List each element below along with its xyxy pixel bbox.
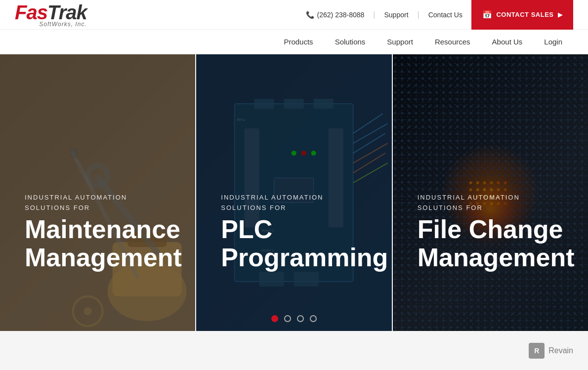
phone-number: (262) 238-8088 bbox=[317, 11, 365, 19]
divider-2: | bbox=[418, 10, 420, 19]
slide-2-content: INDUSTRIAL AUTOMATION SOLUTIONS FOR PLC … bbox=[221, 193, 388, 272]
contact-sales-label: CONTACT SALES bbox=[496, 11, 553, 18]
revain-icon: R bbox=[529, 343, 545, 359]
logo-sub: SoftWorks, Inc. bbox=[15, 21, 87, 27]
nav-solutions[interactable]: Solutions bbox=[324, 30, 377, 54]
slide-2-subtitle: INDUSTRIAL AUTOMATION SOLUTIONS FOR bbox=[221, 193, 388, 213]
logo-fas: Fas bbox=[15, 2, 47, 22]
logo[interactable]: Fas Trak SoftWorks, Inc. bbox=[15, 2, 87, 27]
bottom-strip: R Revain bbox=[0, 331, 588, 370]
slide-indicators bbox=[271, 315, 317, 322]
nav-support[interactable]: Support bbox=[376, 30, 424, 54]
nav-bar: Products Solutions Support Resources Abo… bbox=[0, 30, 588, 54]
indicator-2[interactable] bbox=[284, 315, 291, 322]
slide-maintenance[interactable]: INDUSTRIAL AUTOMATION SOLUTIONS FOR Main… bbox=[0, 54, 195, 331]
revain-label: Revain bbox=[548, 346, 573, 355]
arrow-icon: ▶ bbox=[558, 11, 563, 18]
indicator-4[interactable] bbox=[310, 315, 317, 322]
hero-slider: INDUSTRIAL AUTOMATION SOLUTIONS FOR Main… bbox=[0, 54, 588, 331]
slide-2-title: PLC Programming bbox=[221, 215, 388, 272]
contact-us-link[interactable]: Contact Us bbox=[428, 11, 462, 19]
phone-link[interactable]: 📞 (262) 238-8088 bbox=[306, 11, 365, 19]
indicator-3[interactable] bbox=[297, 315, 304, 322]
slide-1-title: Maintenance Management bbox=[25, 215, 182, 272]
revain-logo: R Revain bbox=[529, 343, 573, 359]
slide-1-subtitle: INDUSTRIAL AUTOMATION SOLUTIONS FOR bbox=[25, 193, 182, 213]
indicator-1[interactable] bbox=[271, 315, 278, 322]
slide-file-change[interactable]: INDUSTRIAL AUTOMATION SOLUTIONS FOR File… bbox=[393, 54, 588, 331]
contact-sales-button[interactable]: 📅 CONTACT SALES ▶ bbox=[471, 0, 573, 30]
slide-plc[interactable]: RTU PORT 1 PORT 2 INDUSTRIAL AUTOMATION … bbox=[196, 54, 391, 331]
divider-1: | bbox=[373, 10, 375, 19]
logo-trak: Trak bbox=[47, 2, 87, 22]
top-bar: Fas Trak SoftWorks, Inc. 📞 (262) 238-808… bbox=[0, 0, 588, 30]
calendar-icon: 📅 bbox=[482, 10, 493, 19]
support-link[interactable]: Support bbox=[384, 11, 409, 19]
slide-1-content: INDUSTRIAL AUTOMATION SOLUTIONS FOR Main… bbox=[25, 193, 182, 272]
top-right-nav: 📞 (262) 238-8088 | Support | Contact Us … bbox=[306, 0, 573, 30]
nav-resources[interactable]: Resources bbox=[424, 30, 481, 54]
nav-login[interactable]: Login bbox=[533, 30, 573, 54]
nav-products[interactable]: Products bbox=[273, 30, 324, 54]
slide-3-content: INDUSTRIAL AUTOMATION SOLUTIONS FOR File… bbox=[418, 193, 575, 272]
nav-about[interactable]: About Us bbox=[481, 30, 534, 54]
slide-3-title: File Change Management bbox=[418, 215, 575, 272]
phone-icon: 📞 bbox=[306, 11, 314, 19]
slide-3-subtitle: INDUSTRIAL AUTOMATION SOLUTIONS FOR bbox=[418, 193, 575, 213]
